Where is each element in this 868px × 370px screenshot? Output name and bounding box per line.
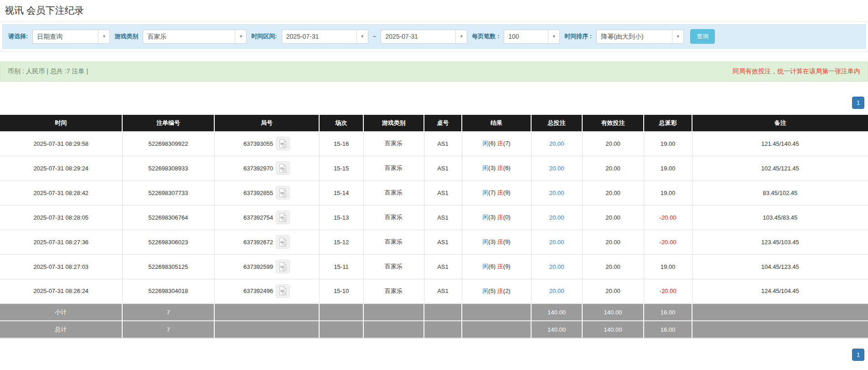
- cell-round-number: 637393055: [214, 131, 319, 156]
- result-banker: 庄: [497, 164, 503, 171]
- chevron-down-icon[interactable]: ▼: [672, 30, 683, 43]
- total-bet-link[interactable]: 20.00: [549, 239, 564, 246]
- cell-table-number: AS1: [424, 131, 462, 156]
- video-button[interactable]: [276, 137, 290, 150]
- cell-session: 15-10: [319, 279, 363, 303]
- cell-remark: 102.45/121.45: [692, 156, 868, 180]
- total-bet-link[interactable]: 20.00: [549, 214, 564, 221]
- cell-total-bet: 20.00: [531, 279, 582, 303]
- cell-result: 闲(3) 庄(6): [462, 156, 531, 180]
- video-button[interactable]: [276, 186, 290, 200]
- result-banker: 庄: [497, 238, 503, 245]
- table-row: 2025-07-31 08:26:24 522698304018 6373924…: [0, 279, 868, 303]
- cell-payout: -20.00: [644, 279, 692, 303]
- page-size-select[interactable]: 100 ▼: [504, 30, 560, 44]
- cell-table-number: AS1: [424, 180, 462, 205]
- cell-result: 闲(3) 庄(0): [462, 205, 531, 230]
- date-from-select[interactable]: 2025-07-31 ▼: [282, 30, 368, 44]
- page-1-button[interactable]: 1: [852, 349, 864, 361]
- subtotal-valid-bet: 140.00: [582, 303, 644, 321]
- table-row: 2025-07-31 08:27:36 522698306023 6373926…: [0, 230, 868, 254]
- cell-total-bet: 20.00: [531, 230, 582, 254]
- game-category-value: 百家乐: [143, 30, 235, 43]
- cell-bet-number: 522698308933: [122, 156, 214, 180]
- betting-records-table: 时间 注单编号 局号 场次 游戏类别 桌号 结果 总投注 有效投注 总派彩 备注…: [0, 115, 868, 339]
- result-banker: 庄: [497, 189, 503, 196]
- cell-bet-number: 522698306023: [122, 230, 214, 254]
- header-time: 时间: [0, 115, 122, 131]
- cell-valid-bet: 20.00: [582, 156, 644, 180]
- time-sort-label: 时间排序 :: [564, 32, 592, 41]
- cell-valid-bet: 20.00: [582, 205, 644, 230]
- chevron-down-icon[interactable]: ▼: [235, 30, 246, 43]
- cell-total-bet: 20.00: [531, 254, 582, 279]
- cell-total-bet: 20.00: [531, 156, 582, 180]
- chevron-down-icon[interactable]: ▼: [98, 30, 109, 43]
- cell-time: 2025-07-31 08:27:03: [0, 254, 122, 279]
- total-bet-link[interactable]: 20.00: [549, 165, 564, 172]
- video-button[interactable]: [276, 260, 290, 273]
- round-number-text: 637392496: [243, 288, 273, 294]
- cell-remark: 103.45/83.45: [692, 205, 868, 230]
- date-from-value: 2025-07-31: [282, 30, 356, 43]
- total-bet-link[interactable]: 20.00: [549, 190, 564, 196]
- header-bet-number: 注单编号: [122, 115, 214, 131]
- video-playback-icon: [278, 139, 288, 149]
- cell-total-bet: 20.00: [531, 205, 582, 230]
- search-button[interactable]: 查询: [690, 29, 715, 44]
- page-title: 视讯 会员下注纪录: [0, 0, 868, 21]
- video-button[interactable]: [276, 284, 290, 298]
- video-button[interactable]: [276, 161, 290, 175]
- video-button[interactable]: [276, 235, 290, 249]
- result-player: 闲: [482, 288, 488, 294]
- result-player: 闲: [482, 189, 488, 196]
- valid-bet-notice: 同局有效投注，统一计算在该局第一张注单内: [733, 67, 860, 76]
- time-sort-select[interactable]: 降幂(由大到小) ▼: [596, 30, 684, 44]
- cell-game-category: 百家乐: [363, 254, 424, 279]
- table-row: 2025-07-31 08:29:24 522698308933 6373929…: [0, 156, 868, 180]
- cell-result: 闲(6) 庄(9): [462, 254, 531, 279]
- cell-total-bet: 20.00: [531, 180, 582, 205]
- cell-round-number: 637392970: [214, 156, 319, 180]
- chevron-down-icon[interactable]: ▼: [455, 30, 467, 43]
- table-row: 2025-07-31 08:28:42 522698307733 6373928…: [0, 180, 868, 205]
- game-category-select[interactable]: 百家乐 ▼: [143, 30, 247, 44]
- cell-round-number: 637392599: [214, 254, 319, 279]
- subtotal-row: 小计 7 140.00 140.00 16.00: [0, 303, 868, 321]
- chevron-down-icon[interactable]: ▼: [356, 30, 368, 43]
- date-range-separator: ~: [373, 33, 377, 40]
- video-playback-icon: [278, 188, 288, 198]
- result-player: 闲: [482, 238, 488, 245]
- query-type-label: 请选择:: [8, 32, 28, 41]
- date-to-select[interactable]: 2025-07-31 ▼: [381, 30, 467, 44]
- chevron-down-icon[interactable]: ▼: [548, 30, 559, 43]
- cell-valid-bet: 20.00: [582, 230, 644, 254]
- total-bet-link[interactable]: 20.00: [549, 288, 564, 294]
- filter-bar: 请选择: 日期查询 ▼ 游戏类别 百家乐 ▼ 时间区间: 2025-07-31 …: [2, 24, 866, 49]
- cell-game-category: 百家乐: [363, 156, 424, 180]
- total-bet-link[interactable]: 20.00: [549, 263, 564, 270]
- round-number-text: 637392855: [243, 190, 273, 196]
- cell-table-number: AS1: [424, 230, 462, 254]
- cell-round-number: 637392672: [214, 230, 319, 254]
- cell-session: 15-13: [319, 205, 363, 230]
- cell-result: 闲(5) 庄(2): [462, 279, 531, 303]
- table-row: 2025-07-31 08:28:05 522698306764 6373927…: [0, 205, 868, 230]
- table-row: 2025-07-31 08:27:03 522698305125 6373925…: [0, 254, 868, 279]
- currency-total-text: 币别 : 人民币 | 总共 :7 注单 |: [8, 67, 88, 76]
- page-1-button[interactable]: 1: [852, 97, 864, 109]
- query-type-select[interactable]: 日期查询 ▼: [32, 30, 110, 44]
- video-button[interactable]: [276, 211, 290, 224]
- result-banker: 庄: [497, 263, 503, 270]
- subtotal-label: 小计: [0, 303, 122, 321]
- table-header-row: 时间 注单编号 局号 场次 游戏类别 桌号 结果 总投注 有效投注 总派彩 备注: [0, 115, 868, 131]
- filter-panel: 请选择: 日期查询 ▼ 游戏类别 百家乐 ▼ 时间区间: 2025-07-31 …: [0, 21, 868, 51]
- round-number-text: 637392672: [243, 239, 273, 246]
- header-session: 场次: [319, 115, 363, 131]
- cell-game-category: 百家乐: [363, 230, 424, 254]
- total-bet-link[interactable]: 20.00: [549, 140, 564, 147]
- cell-payout: -20.00: [644, 230, 692, 254]
- pagination-bottom: 1: [0, 349, 868, 361]
- cell-time: 2025-07-31 08:28:05: [0, 205, 122, 230]
- table-body: 2025-07-31 08:29:58 522698309922 6373930…: [0, 131, 868, 303]
